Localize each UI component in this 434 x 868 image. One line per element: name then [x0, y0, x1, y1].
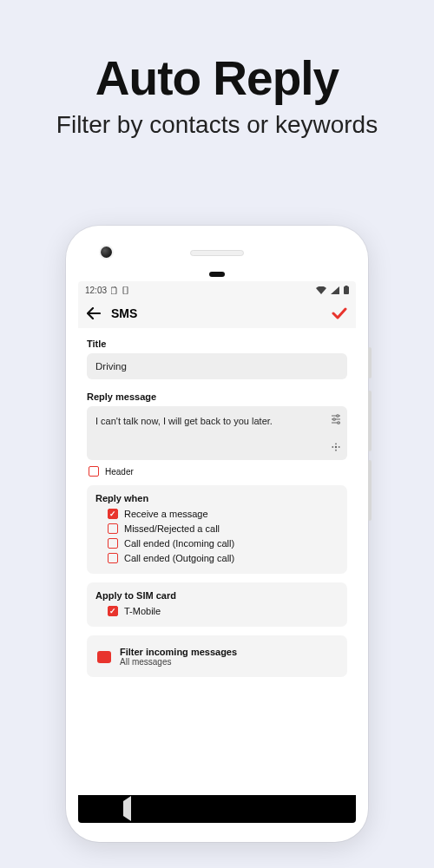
header-checkbox[interactable] — [89, 466, 99, 477]
svg-point-7 — [333, 418, 336, 421]
svg-rect-3 — [344, 286, 349, 294]
battery-icon — [344, 286, 349, 294]
sim-card-card: Apply to SIM card T-Mobile — [87, 582, 347, 627]
svg-point-14 — [339, 446, 340, 448]
status-time: 12:03 — [85, 286, 107, 295]
svg-point-12 — [335, 450, 337, 451]
filter-subtitle: All messages — [120, 657, 237, 667]
signal-icon — [331, 286, 339, 294]
reply-when-label: Reply when — [95, 493, 339, 503]
appbar-title: SMS — [111, 306, 137, 320]
filter-card[interactable]: Filter incoming messages All messages — [87, 635, 347, 677]
reply-when-option-label: Missed/Rejected a call — [124, 523, 220, 534]
reply-when-option-label: Call ended (Outgoing call) — [124, 553, 234, 563]
sim-card-label: Apply to SIM card — [95, 590, 339, 601]
chat-bubble-icon — [97, 651, 111, 663]
filter-title: Filter incoming messages — [120, 647, 237, 657]
sim-icon — [111, 286, 118, 294]
reply-when-card: Reply when Receive a message Missed/Reje… — [87, 485, 347, 574]
svg-rect-1 — [123, 286, 128, 294]
svg-point-5 — [337, 415, 339, 418]
phone-speaker-grille — [190, 250, 244, 256]
reply-message-input[interactable]: I can't talk now, I will get back to you… — [87, 406, 347, 460]
status-bar: 12:03 — [78, 281, 356, 299]
header-checkbox-label: Header — [105, 467, 134, 477]
reply-when-checkbox-receive-message[interactable] — [108, 509, 118, 519]
reply-when-checkbox-call-ended-outgoing[interactable] — [108, 553, 118, 563]
title-label: Title — [87, 339, 347, 349]
svg-point-13 — [332, 446, 333, 448]
svg-point-11 — [335, 443, 337, 444]
svg-point-9 — [338, 422, 340, 424]
phone-frame: 12:03 — [66, 226, 368, 842]
hero-subtitle: Filter by contacts or keywords — [0, 111, 434, 139]
phone-sensor-pill — [209, 272, 225, 277]
reply-when-option-label: Receive a message — [124, 509, 208, 519]
wifi-icon — [316, 286, 326, 294]
reply-when-checkbox-missed-call[interactable] — [108, 523, 118, 534]
sim-checkbox-tmobile[interactable] — [108, 606, 118, 616]
storage-icon — [122, 286, 128, 294]
svg-rect-2 — [345, 286, 348, 286]
reply-when-option-label: Call ended (Incoming call) — [124, 538, 234, 549]
reply-message-label: Reply message — [87, 391, 347, 402]
sim-option-label: T-Mobile — [124, 606, 161, 616]
content-area: Title Driving Reply message I can't talk… — [78, 328, 356, 795]
confirm-button[interactable] — [332, 307, 347, 319]
nav-back-button[interactable] — [123, 801, 131, 817]
svg-point-10 — [335, 446, 337, 448]
reply-when-checkbox-call-ended-incoming[interactable] — [108, 538, 118, 549]
phone-screen: 12:03 — [78, 281, 356, 823]
voice-input-icon[interactable] — [330, 441, 342, 453]
back-button[interactable] — [87, 307, 101, 319]
phone-camera — [101, 247, 112, 258]
hero-title: Auto Reply — [0, 50, 434, 106]
android-nav-bar — [78, 795, 356, 823]
svg-rect-0 — [111, 287, 116, 294]
settings-sliders-icon[interactable] — [330, 413, 342, 425]
app-bar: SMS — [78, 299, 356, 328]
title-input[interactable]: Driving — [87, 353, 347, 379]
